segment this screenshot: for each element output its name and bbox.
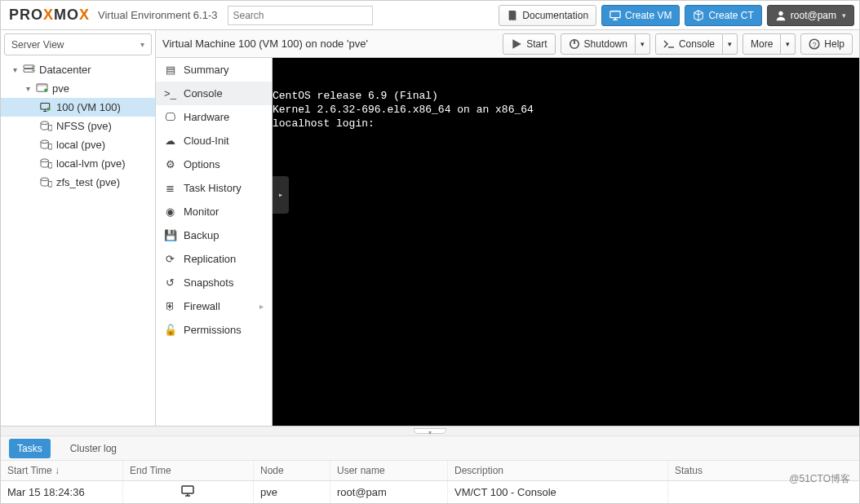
cube-icon (693, 10, 704, 21)
svg-point-1 (778, 11, 782, 15)
create-ct-button[interactable]: Create CT (685, 5, 761, 26)
save-icon: 💾 (164, 229, 176, 241)
shutdown-button-group: Shutdown ▾ (561, 33, 650, 55)
documentation-button[interactable]: Documentation (499, 5, 596, 26)
menu-console[interactable]: >_Console (156, 82, 272, 105)
more-button[interactable]: More (743, 33, 781, 55)
book-icon (507, 10, 518, 21)
menu-summary[interactable]: ▤Summary (156, 58, 272, 82)
server-icon (36, 83, 48, 94)
task-row[interactable]: Mar 15 18:24:36 pve root@pam VM/CT 100 -… (1, 481, 859, 503)
col-status[interactable]: Status (668, 461, 859, 480)
cell-node: pve (254, 481, 330, 503)
svg-point-8 (44, 89, 47, 92)
svg-point-16 (41, 178, 48, 181)
menu-options[interactable]: ⚙Options (156, 153, 272, 176)
chevron-down-icon: ▾ (786, 40, 790, 48)
vnc-console[interactable]: ▸ CentOS release 6.9 (Final) Kernel 2.6.… (273, 58, 859, 426)
chevron-down-icon: ▾ (728, 40, 732, 48)
datacenter-icon (23, 64, 35, 75)
user-icon (775, 10, 787, 21)
chevron-down-icon: ▾ (140, 40, 144, 49)
tab-tasks[interactable]: Tasks (9, 439, 51, 458)
tree-storage[interactable]: NFSS (pve) (1, 117, 155, 135)
terminal-icon (663, 38, 675, 50)
vm-title: Virtual Machine 100 (VM 100) on node 'pv… (162, 38, 498, 50)
storage-icon (40, 177, 52, 188)
more-dropdown[interactable]: ▾ (781, 33, 796, 55)
col-user[interactable]: User name (330, 461, 448, 480)
shutdown-dropdown[interactable]: ▾ (636, 33, 650, 55)
menu-monitor[interactable]: ◉Monitor (156, 200, 272, 223)
chevron-down-icon: ▾ (641, 40, 645, 48)
more-button-group: More ▾ (743, 33, 796, 55)
search-input[interactable] (228, 6, 373, 25)
main-area: Server View ▾ ▾ Datacenter ▾ pve 100 (VM… (1, 30, 859, 426)
tab-cluster-log[interactable]: Cluster log (62, 439, 125, 458)
vm-body: ▤Summary >_Console 🖵Hardware ☁Cloud-Init… (156, 58, 859, 426)
menu-task-history[interactable]: ≣Task History (156, 176, 272, 200)
svg-point-10 (41, 122, 48, 125)
svg-rect-17 (48, 182, 52, 188)
top-bar: PROXMOX Virtual Environment 6.1-3 Docume… (1, 1, 859, 30)
console-line: CentOS release 6.9 (Final) (273, 89, 859, 103)
tree-storage[interactable]: zfs_test (pve) (1, 173, 155, 192)
tree-node-pve[interactable]: ▾ pve (1, 79, 155, 98)
svg-rect-7 (37, 84, 47, 86)
menu-snapshots[interactable]: ↺Snapshots (156, 271, 272, 294)
terminal-icon: >_ (164, 87, 176, 99)
help-button[interactable]: ? Help (800, 33, 853, 55)
sort-down-icon: ↓ (55, 465, 60, 476)
col-start-time[interactable]: Start Time ↓ (1, 461, 123, 480)
running-icon (181, 485, 196, 499)
col-description[interactable]: Description (448, 461, 668, 480)
shield-icon: ⛨ (164, 300, 176, 312)
menu-permissions[interactable]: 🔓Permissions (156, 318, 272, 342)
svg-text:?: ? (813, 40, 817, 48)
monitor-icon (610, 10, 621, 21)
console-line: localhost login: (273, 117, 859, 130)
svg-rect-11 (48, 126, 52, 131)
storage-icon (40, 121, 52, 131)
brand-text: PROXMOX (9, 7, 90, 24)
storage-icon (40, 139, 52, 150)
vm-running-icon (40, 102, 52, 113)
tree-vm-100[interactable]: 100 (VM 100) (1, 98, 155, 117)
tree-storage[interactable]: local (pve) (1, 135, 155, 154)
svg-point-5 (32, 70, 33, 72)
proxmox-logo: PROXMOX (6, 7, 90, 24)
start-button[interactable]: Start (503, 33, 555, 55)
menu-replication[interactable]: ⟳Replication (156, 247, 272, 271)
console-dropdown[interactable]: ▾ (723, 33, 738, 55)
col-end-time[interactable]: End Time (123, 461, 254, 480)
log-columns: Start Time ↓ End Time Node User name Des… (1, 461, 859, 481)
version-label: Virtual Environment 6.1-3 (98, 9, 217, 21)
menu-cloud-init[interactable]: ☁Cloud-Init (156, 129, 272, 153)
col-node[interactable]: Node (254, 461, 330, 480)
chevron-right-icon: ▸ (259, 302, 264, 311)
storage-icon (40, 158, 52, 169)
cell-desc: VM/CT 100 - Console (448, 481, 668, 503)
view-selector[interactable]: Server View ▾ (4, 33, 152, 55)
shutdown-button[interactable]: Shutdown (561, 33, 636, 55)
console-line: Kernel 2.6.32-696.el6.x86_64 on an x86_6… (273, 103, 859, 117)
cell-end-running (123, 481, 254, 503)
user-menu-button[interactable]: root@pam ▾ (767, 5, 854, 26)
menu-backup[interactable]: 💾Backup (156, 223, 272, 247)
svg-rect-21 (182, 486, 193, 493)
tree-storage[interactable]: local-lvm (pve) (1, 154, 155, 173)
help-icon: ? (809, 38, 820, 50)
menu-firewall[interactable]: ⛨Firewall▸ (156, 294, 272, 318)
console-toolbar-toggle[interactable]: ▸ (273, 176, 289, 214)
unlock-icon: 🔓 (164, 324, 176, 336)
eye-icon: ◉ (164, 206, 176, 218)
console-button[interactable]: Console (655, 33, 723, 55)
create-vm-button[interactable]: Create VM (601, 5, 680, 26)
menu-hardware[interactable]: 🖵Hardware (156, 105, 272, 129)
log-collapser[interactable]: ▾ (1, 427, 859, 436)
vm-toolbar: Virtual Machine 100 (VM 100) on node 'pv… (156, 30, 859, 58)
tree-datacenter[interactable]: ▾ Datacenter (1, 60, 155, 79)
log-tabstrip: Tasks Cluster log (1, 436, 859, 461)
power-icon (569, 38, 580, 50)
content-panel: Virtual Machine 100 (VM 100) on node 'pv… (156, 30, 859, 426)
